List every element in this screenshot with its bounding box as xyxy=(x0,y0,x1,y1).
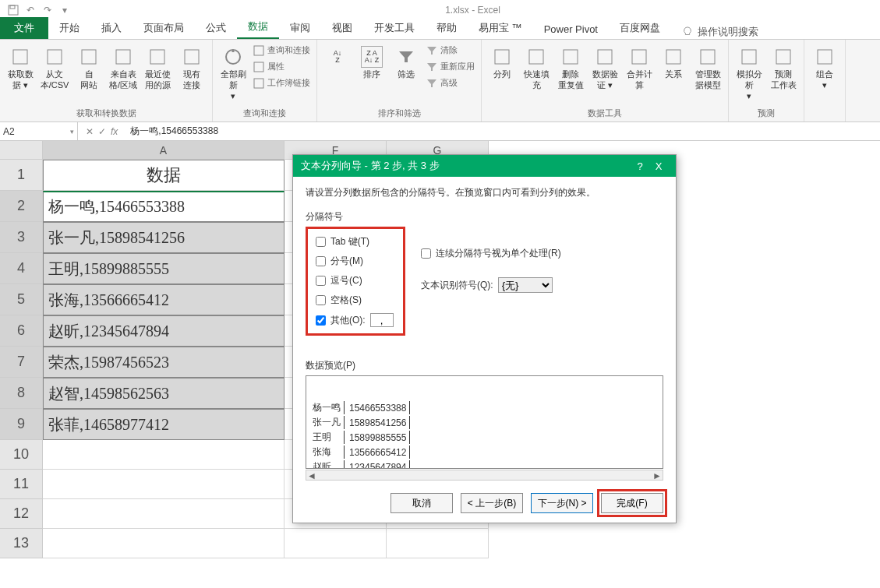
get-data-btn-3[interactable]: 来自表 格/区域 xyxy=(108,43,139,91)
tab-6[interactable]: 视图 xyxy=(321,17,363,39)
get-data-btn-0[interactable]: 获取数 据 ▾ xyxy=(5,43,36,91)
column-header-A[interactable]: A xyxy=(43,141,284,160)
row-header-10[interactable]: 10 xyxy=(0,440,43,470)
get-data-btn-2[interactable]: 自 网站 xyxy=(73,43,104,91)
next-button[interactable]: 下一步(N) > xyxy=(531,493,593,513)
row-header-4[interactable]: 4 xyxy=(0,253,43,284)
filter-side-2[interactable]: 高级 xyxy=(425,76,476,90)
row-header-7[interactable]: 7 xyxy=(0,347,43,378)
delimiter-other-checkbox[interactable]: 其他(O): xyxy=(316,313,395,327)
delimiter-comma-checkbox[interactable]: 逗号(C) xyxy=(316,274,395,287)
get-data-btn-4[interactable]: 最近使 用的源 xyxy=(142,43,173,91)
cancel-button[interactable]: 取消 xyxy=(391,493,453,513)
cell-A3[interactable]: 张一凡,15898541256 xyxy=(43,222,284,253)
data-tool-btn-4[interactable]: 合并计算 xyxy=(624,43,655,91)
cell-A9[interactable]: 张菲,14658977412 xyxy=(43,409,284,440)
get-data-btn-5[interactable]: 现有 连接 xyxy=(176,43,207,91)
cell-A2[interactable]: 杨一鸣,15466553388 xyxy=(43,191,284,222)
query-side-1[interactable]: 属性 xyxy=(252,59,312,74)
data-tool-btn-1[interactable]: 快速填充 xyxy=(521,43,552,91)
tab-3[interactable]: 公式 xyxy=(195,17,237,39)
dialog-help-button[interactable]: ? xyxy=(631,160,649,172)
cell-A12[interactable] xyxy=(43,499,284,529)
cell-A5[interactable]: 张海,13566665412 xyxy=(43,284,284,315)
cell-A10[interactable] xyxy=(43,440,284,470)
refresh-all-button[interactable]: 全部刷新 ▾ xyxy=(217,43,249,101)
dialog-close-button[interactable]: X xyxy=(649,160,668,172)
cell-A13[interactable] xyxy=(43,529,284,558)
tell-me-search[interactable]: 操作说明搜索 xyxy=(682,25,758,39)
name-box[interactable]: A2▾ xyxy=(0,122,78,140)
ribbon-group-queries: 全部刷新 ▾ 查询和连接属性工作簿链接 查询和连接 xyxy=(213,40,317,121)
delimiter-tab-checkbox[interactable]: Tab 键(T) xyxy=(316,235,395,248)
cell-A8[interactable]: 赵智,14598562563 xyxy=(43,378,284,409)
svg-rect-18 xyxy=(701,50,715,64)
fx-icon[interactable]: fx xyxy=(111,126,118,137)
row-header-3[interactable]: 3 xyxy=(0,222,43,253)
filter-side-0[interactable]: 清除 xyxy=(425,43,476,58)
forecast-btn-1[interactable]: 预测 工作表 xyxy=(768,43,799,91)
row-header-2[interactable]: 2 xyxy=(0,191,43,222)
tab-9[interactable]: 易用宝 ™ xyxy=(468,17,533,39)
tab-4[interactable]: 数据 xyxy=(237,16,279,39)
delimiter-space-checkbox[interactable]: 空格(S) xyxy=(316,294,395,307)
back-button[interactable]: < 上一步(B) xyxy=(461,493,523,513)
row-header-9[interactable]: 9 xyxy=(0,409,43,440)
dialog-title: 文本分列向导 - 第 2 步, 共 3 步 xyxy=(301,159,440,173)
row-header-11[interactable]: 11 xyxy=(0,470,43,499)
cell-A4[interactable]: 王明,15899885555 xyxy=(43,253,284,284)
get-data-btn-1[interactable]: 从文 本/CSV xyxy=(39,43,70,91)
undo-icon[interactable]: ↶ xyxy=(23,3,37,17)
tab-8[interactable]: 帮助 xyxy=(426,17,468,39)
redo-icon[interactable]: ↷ xyxy=(41,3,55,17)
preview-scrollbar[interactable]: ◄► xyxy=(306,470,663,481)
tab-2[interactable]: 页面布局 xyxy=(133,17,195,39)
data-tool-btn-5[interactable]: 关系 xyxy=(658,43,689,80)
filter-button[interactable]: 筛选 xyxy=(391,43,422,80)
delimiter-other-input[interactable] xyxy=(370,313,394,327)
qat-dropdown-icon[interactable]: ▾ xyxy=(58,3,72,17)
consecutive-delimiters-checkbox[interactable]: 连续分隔符号视为单个处理(R) xyxy=(421,247,561,260)
scroll-left-icon[interactable]: ◄ xyxy=(306,470,317,480)
finish-button[interactable]: 完成(F) xyxy=(601,493,663,513)
data-tool-btn-2[interactable]: 删除 重复值 xyxy=(555,43,586,91)
enter-icon[interactable]: ✓ xyxy=(98,126,106,137)
filter-side-1[interactable]: 重新应用 xyxy=(425,59,476,74)
row-header-13[interactable]: 13 xyxy=(0,529,43,558)
delimiter-semicolon-checkbox[interactable]: 分号(M) xyxy=(316,255,395,268)
select-all-corner[interactable] xyxy=(0,141,43,160)
cell-F13[interactable] xyxy=(284,529,387,558)
data-tool-btn-0[interactable]: 分列 xyxy=(486,43,518,80)
tab-5[interactable]: 审阅 xyxy=(279,17,321,39)
cell-A1[interactable]: 数据 xyxy=(43,160,284,191)
query-side-0[interactable]: 查询和连接 xyxy=(252,43,312,58)
dialog-titlebar[interactable]: 文本分列向导 - 第 2 步, 共 3 步 ? X xyxy=(293,155,676,177)
outline-btn-0[interactable]: 组合 ▾ xyxy=(809,43,840,91)
tab-10[interactable]: Power Pivot xyxy=(533,19,609,39)
tab-7[interactable]: 开发工具 xyxy=(363,17,426,39)
cell-G13[interactable] xyxy=(387,529,489,558)
row-header-12[interactable]: 12 xyxy=(0,499,43,529)
forecast-btn-0[interactable]: 模拟分析 ▾ xyxy=(733,43,765,101)
sort-za-icon[interactable]: Z AA↓ Z排序 xyxy=(356,43,387,80)
row-header-6[interactable]: 6 xyxy=(0,315,43,347)
cancel-icon[interactable]: ✕ xyxy=(86,126,94,137)
data-tool-btn-3[interactable]: 数据验 证 ▾ xyxy=(589,43,620,91)
row-header-1[interactable]: 1 xyxy=(0,160,43,191)
tab-1[interactable]: 插入 xyxy=(90,17,133,39)
cell-A7[interactable]: 荣杰,15987456523 xyxy=(43,347,284,378)
sort-az-icon[interactable]: A↓Z xyxy=(322,43,353,69)
tab-0[interactable]: 开始 xyxy=(48,17,90,39)
data-tool-btn-6[interactable]: 管理数 据模型 xyxy=(692,43,723,91)
cell-A11[interactable] xyxy=(43,470,284,499)
text-qualifier-select[interactable]: {无} xyxy=(498,277,553,293)
tab-file[interactable]: 文件 xyxy=(0,17,48,39)
save-icon[interactable] xyxy=(6,3,20,17)
tab-11[interactable]: 百度网盘 xyxy=(609,17,671,39)
row-header-5[interactable]: 5 xyxy=(0,284,43,315)
row-header-8[interactable]: 8 xyxy=(0,378,43,409)
query-side-2[interactable]: 工作簿链接 xyxy=(252,76,312,90)
scroll-right-icon[interactable]: ► xyxy=(652,470,663,480)
cell-A6[interactable]: 赵昕,12345647894 xyxy=(43,315,284,347)
formula-input[interactable]: 杨一鸣,15466553388 xyxy=(125,125,880,138)
